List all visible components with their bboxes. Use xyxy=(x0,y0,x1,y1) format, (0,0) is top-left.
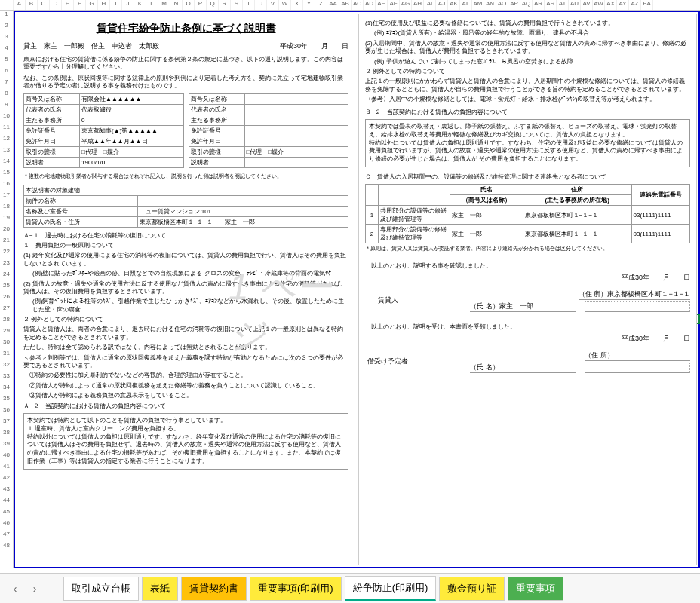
tab-deposit[interactable]: 敷金預り証 xyxy=(439,577,505,601)
registrant-left: 商号又は名称有限会社▲▲▲▲▲▲ 代表者の氏名代表取締役 主たる事務所0 免許証… xyxy=(23,93,184,168)
page-2: (1)住宅の使用及び収益に必要な修繕については、賃貸人の費用負担で行うとされてい… xyxy=(358,14,697,565)
sec-a1-p1: (1) 経年変化及び通常の使用による住宅の消耗等の復旧については、賃貸人の費用負… xyxy=(23,252,348,268)
prev-sheet-button[interactable]: ‹ xyxy=(6,580,24,598)
sec-a1-h: Ａ−１ 退去時における住宅の消耗等の復旧について xyxy=(23,232,348,240)
confirm-1: 以上のとおり、説明する事を確認しました。 xyxy=(365,262,690,270)
intro-2: なお、この条例は、原状回復等に関する法律上の原則や判例により定着した考え方を、契… xyxy=(23,75,348,90)
sec-b-p6: 〈参考〉入居中の小規模な修繕としては、電球・蛍光灯・給水・排水栓(ﾊﾟｯｷﾝ)の… xyxy=(365,96,690,103)
box-a: 本契約では特約として以下のことを賃借人の負担で行う事としています。 １.退室時、… xyxy=(23,413,348,470)
sig-date-2: 平成30年 月 日 xyxy=(585,334,690,344)
lessee-addr: （住 所） xyxy=(585,350,690,361)
sec-a1-sub: １ 費用負担の一般原則について xyxy=(23,242,348,249)
tab-important[interactable]: 重要事項(印刷用) xyxy=(250,577,342,601)
sec-a1-ex2: (例)飼育ﾍﾟｯﾄによる柱等のｷｽﾞ、引越作業で生じたひっかきｷｽﾞ、ｴｱｺﾝな… xyxy=(23,298,348,314)
box-b: 本契約では畳表の取替え・裏返し、障子紙の張替え、ふすま紙の張替え、ヒューズの取替… xyxy=(365,119,690,167)
lessor-name: （氏 名）家主 一郎 xyxy=(470,302,576,312)
sec-a1-p8: ①特約の必要性に加え暴利的でないなどの客観的、合理的理由が存在すること。 xyxy=(23,372,348,379)
sec-b-p5: 上記１の一般原則にかかわらず賃貸人と賃借人の合意により、入居期間中の小規模な修繕… xyxy=(365,78,690,93)
sec-a1-p5: 賃貸人と賃借人は、両者の合意により、退去時における住宅の消耗等の復旧について上記… xyxy=(23,326,348,341)
lessee-name: （氏 名） xyxy=(470,363,576,373)
row-headers: 1234567891011121314151617181920212223242… xyxy=(0,11,14,568)
lessor-label: 賃貸人 xyxy=(365,288,410,314)
sec-a1-p7: ＜参考＞判例等では、賃借人に通常の原状回復義務を超えた義務を課す特約が有効となる… xyxy=(23,354,348,370)
contacts-table: 氏名 住所 連絡先電話番号 （商号又は名称）(主たる事務所の所在地) 1共用部分… xyxy=(365,184,690,243)
confirm-2: 以上のとおり、説明を受け、本書面を受領しました。 xyxy=(365,323,690,331)
sig-date-1: 平成30年 月 日 xyxy=(585,273,690,283)
seal-icon xyxy=(585,363,690,373)
doc-title: 賃貸住宅紛争防止条例に基づく説明書 xyxy=(23,22,348,35)
sec-a1-p6: ただし、特約は全て認められる訳ではなく、内容によっては無効とされることがあります… xyxy=(23,344,348,351)
tab-important2[interactable]: 重要事項 xyxy=(508,577,563,601)
sec-b-p1: (1)住宅の使用及び収益に必要な修繕については、賃貸人の費用負担で行うとされてい… xyxy=(365,20,690,27)
tab-lease[interactable]: 賃貸契約書 xyxy=(181,577,247,601)
lessee-label: 借受け予定者 xyxy=(365,349,410,375)
sec-a2-h: Ａ−２ 当該契約における賃借人の負担内容について xyxy=(23,403,348,410)
doc-date: 平成30年 月 日 xyxy=(280,41,348,51)
seal-icon xyxy=(585,302,690,312)
tab-dispute[interactable]: 紛争防止(印刷用) xyxy=(345,576,437,601)
tab-ledger[interactable]: 取引成立台帳 xyxy=(63,577,139,601)
sec-b-ex2: (例) 子供が遊んでいて割ってしまった窓ｶﾞﾗｽ、お風呂の空焚きによる故障 xyxy=(365,58,690,66)
sec-b-h2: ２ 例外としての特約について xyxy=(365,68,690,75)
sec-c-h: Ｃ 賃借人の入居期間中の、設備等の修繕及び維持管理に関する連絡先となる者について xyxy=(365,173,690,181)
sec-b-p3: (2)入居期間中、賃借人の故意・過失や通常の使用方法に反する使用など賃借人の責め… xyxy=(365,40,690,56)
sec-a1-ex1: (例)壁に貼ったﾎﾟｽﾀｰや絵画の跡、日照などでの自然現象による クロスの変色、… xyxy=(23,270,348,277)
sec-a1-p10: ③賃借人が特約による義務負担の意思表示をしていること。 xyxy=(23,392,348,399)
property-table: 本説明書の対象建物 物件の名称 名称及び室番号ニュー賃貸マンション 101 賃貸… xyxy=(23,185,348,228)
sec-a1-p9: ②賃借人が特約によって通常の原状回復義務を超えた修繕等の義務を負うことについて認… xyxy=(23,382,348,390)
intro-1: 東京における住宅の賃貸借に係る紛争の防止に関する条例第２条の規定に基づき、以下の… xyxy=(23,56,348,72)
sec-b-ex1: (例) ｴｱｺﾝ(賃貸人所有)・給湯器・風呂釜の経年的な故障、雨漏り、建具の不具… xyxy=(365,29,690,37)
registrant-right: 商号又は名称 代表者の氏名 主たる事務所 免許証番号 免許年月日 取引の態様□代… xyxy=(189,93,349,168)
lessor-addr: （住 所）東京都板橋区本町１−１−１ xyxy=(579,289,690,300)
sec-a1-p2: (2) 賃借人の故意・過失や通常の使用方法に反する使用など賃借人の責めに帰すべき… xyxy=(23,280,348,296)
sheet-tabs: ‹ › 取引成立台帳 表紙 賃貸契約書 重要事項(印刷用) 紛争防止(印刷用) … xyxy=(0,573,700,603)
sec-a1-h3: ２ 例外としての特約について xyxy=(23,316,348,323)
print-area: 1 ページ 賃貸住宅紛争防止条例に基づく説明書 貸主 家主 一郎殿 借主 申込者… xyxy=(14,11,700,568)
parties: 貸主 家主 一郎殿 借主 申込者 太郎殿 xyxy=(23,41,159,51)
footnote-1: ＊複数の宅地建物取引業者が関与する場合はそれぞれ記入し、説明を行った側は説明者を… xyxy=(23,173,348,180)
sec-c-note: ＊原則は、賃貸人又は賃貸人が委託する業者。内容により連絡先が分かれる場合は区分し… xyxy=(365,245,690,253)
column-headers: ABCDEFGHIJKLMNOPQRSTUVWXYZAAABACADAEAFAG… xyxy=(0,0,700,11)
sec-b2-h: Ｂ−２ 当該契約における賃借人の負担内容について xyxy=(365,109,690,116)
tab-cover[interactable]: 表紙 xyxy=(142,577,178,601)
next-sheet-button[interactable]: › xyxy=(26,580,44,598)
page-1: 1 ページ 賃貸住宅紛争防止条例に基づく説明書 貸主 家主 一郎殿 借主 申込者… xyxy=(17,14,355,565)
